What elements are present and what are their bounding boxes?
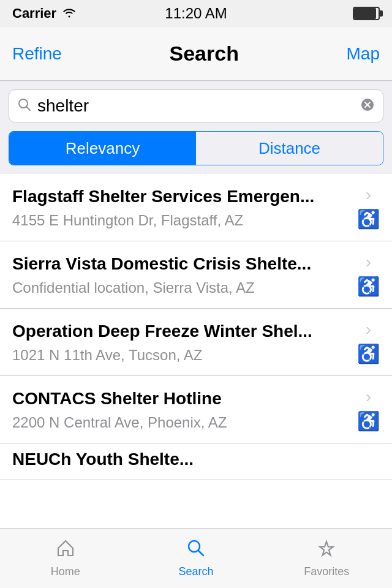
- tab-home-label: Home: [51, 565, 80, 578]
- svg-line-1: [27, 107, 31, 111]
- map-button[interactable]: Map: [347, 44, 380, 64]
- search-bar-container: [0, 81, 392, 131]
- result-address: 1021 N 11th Ave, Tucson, AZ: [12, 347, 351, 364]
- result-name: Sierra Vista Domestic Crisis Shelte...: [12, 253, 351, 275]
- tab-home[interactable]: Home: [0, 529, 130, 588]
- tab-favorites[interactable]: Favorites: [262, 529, 392, 588]
- battery-icon: [353, 7, 380, 20]
- chevron-right-icon: ›: [366, 252, 371, 272]
- nav-bar: Refine Search Map: [0, 27, 392, 81]
- status-bar: Carrier 11:20 AM: [0, 0, 392, 27]
- chevron-right-icon: ›: [366, 387, 371, 407]
- wheelchair-icon: ♿: [357, 410, 380, 432]
- page-title: Search: [170, 42, 239, 66]
- search-tab-icon: [186, 538, 206, 563]
- result-name: CONTACS Shelter Hotline: [12, 388, 351, 410]
- results-list: Flagstaff Shelter Services Emergen... 41…: [0, 174, 392, 528]
- wifi-icon: [62, 7, 76, 21]
- chevron-right-icon: ›: [366, 185, 371, 205]
- result-name: Flagstaff Shelter Services Emergen...: [12, 186, 351, 208]
- status-time: 11:20 AM: [165, 5, 227, 22]
- favorites-icon: [317, 538, 336, 563]
- carrier-label: Carrier: [12, 6, 56, 21]
- list-item[interactable]: CONTACS Shelter Hotline 2200 N Central A…: [0, 376, 392, 443]
- svg-line-6: [198, 551, 203, 556]
- search-bar: [9, 89, 383, 123]
- search-icon: [18, 98, 31, 114]
- segment-distance[interactable]: Distance: [196, 132, 383, 165]
- chevron-right-icon: ›: [366, 320, 371, 339]
- segment-relevancy[interactable]: Relevancy: [9, 132, 196, 165]
- search-input[interactable]: [37, 96, 355, 116]
- home-icon: [56, 538, 75, 563]
- wheelchair-icon: ♿: [357, 343, 380, 364]
- list-item[interactable]: NEUCh Youth Shelte...: [0, 443, 392, 480]
- content-area: Relevancy Distance Flagstaff Shelter Ser…: [0, 81, 392, 528]
- result-name: Operation Deep Freeze Winter Shel...: [12, 320, 351, 342]
- refine-button[interactable]: Refine: [12, 44, 62, 64]
- tab-favorites-label: Favorites: [304, 565, 349, 578]
- tab-bar: Home Search Favorites: [0, 528, 392, 588]
- tab-search[interactable]: Search: [130, 529, 261, 588]
- segment-control: Relevancy Distance: [9, 131, 383, 165]
- wheelchair-icon: ♿: [357, 276, 380, 297]
- search-clear-button[interactable]: [361, 97, 374, 116]
- result-name: NEUCh Youth Shelte...: [12, 448, 374, 470]
- list-item[interactable]: Sierra Vista Domestic Crisis Shelte... C…: [0, 241, 392, 309]
- result-address: Confidential location, Sierra Vista, AZ: [12, 279, 351, 296]
- result-address: 4155 E Huntington Dr, Flagstaff, AZ: [12, 212, 351, 229]
- wheelchair-icon: ♿: [357, 208, 380, 230]
- result-address: 2200 N Central Ave, Phoenix, AZ: [12, 414, 351, 431]
- tab-search-label: Search: [178, 565, 213, 578]
- list-item[interactable]: Operation Deep Freeze Winter Shel... 102…: [0, 309, 392, 376]
- list-item[interactable]: Flagstaff Shelter Services Emergen... 41…: [0, 174, 392, 241]
